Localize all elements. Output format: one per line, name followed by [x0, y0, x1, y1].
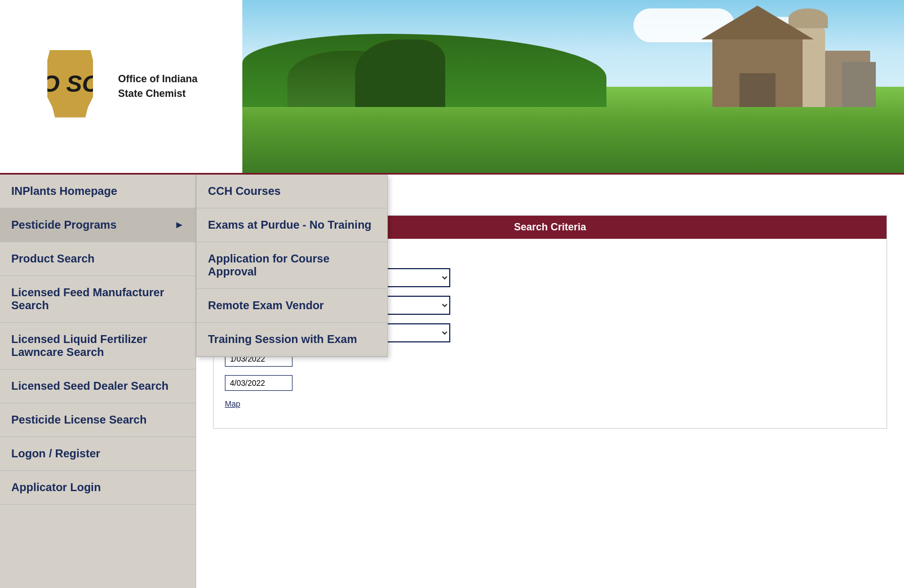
- submenu-item-cch-courses[interactable]: CCH Courses: [197, 175, 387, 208]
- org-name: Office of Indiana State Chemist: [118, 72, 197, 100]
- date-to-input[interactable]: [225, 375, 293, 391]
- logo-section: OiSC Office of Indiana State Chemist: [0, 0, 242, 173]
- submenu-item-training-session[interactable]: Training Session with Exam: [197, 323, 387, 357]
- sidebar-item-inplants[interactable]: INPlants Homepage: [0, 175, 196, 208]
- sidebar: INPlants Homepage Pesticide Programs ► P…: [0, 175, 196, 588]
- arrow-icon: ►: [174, 219, 184, 231]
- sidebar-item-seed[interactable]: Licensed Seed Dealer Search: [0, 369, 196, 403]
- date-to-row: [225, 375, 875, 391]
- sidebar-item-pesticide[interactable]: Pesticide Programs ►: [0, 208, 196, 242]
- submenu-item-exams-purdue[interactable]: Exams at Purdue - No Training: [197, 208, 387, 242]
- submenu-item-remote-exam[interactable]: Remote Exam Vendor: [197, 289, 387, 323]
- sidebar-item-feed[interactable]: Licensed Feed Manufacturer Search: [0, 276, 196, 323]
- submenu-item-course-approval[interactable]: Application for Course Approval: [197, 242, 387, 289]
- sidebar-item-license[interactable]: Pesticide License Search: [0, 403, 196, 437]
- sidebar-item-product[interactable]: Product Search: [0, 242, 196, 276]
- sidebar-item-fertilizer[interactable]: Licensed Liquid Fertilizer Lawncare Sear…: [0, 323, 196, 369]
- header-farm-image: [242, 0, 904, 173]
- map-row: Map: [225, 399, 875, 408]
- sidebar-item-logon[interactable]: Logon / Register: [0, 437, 196, 471]
- pesticide-submenu: CCH Courses Exams at Purdue - No Trainin…: [196, 175, 388, 357]
- map-link[interactable]: Map: [225, 399, 240, 408]
- oisc-logo-icon: OiSC: [45, 50, 107, 123]
- sidebar-item-applicator[interactable]: Applicator Login: [0, 471, 196, 505]
